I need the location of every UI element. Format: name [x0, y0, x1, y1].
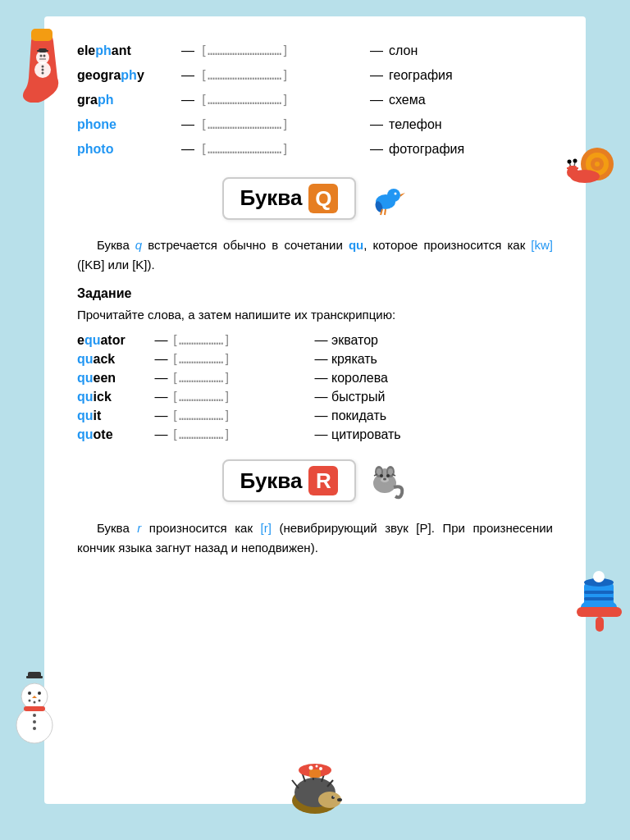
q-translation-quick: быстрый: [331, 390, 385, 404]
svg-point-30: [581, 148, 614, 180]
word-row-photo: photo — […………………………] — фотография: [77, 139, 553, 159]
q-word-queen: queen: [77, 371, 151, 386]
translation-phone: телефон: [389, 115, 442, 135]
svg-marker-58: [32, 696, 37, 698]
svg-point-63: [33, 720, 36, 724]
bird-icon: [363, 176, 408, 221]
svg-rect-44: [584, 582, 614, 609]
svg-point-12: [388, 468, 393, 475]
translation-geography: география: [389, 66, 453, 85]
word-elephant: elephant: [77, 41, 176, 61]
q-word-equator: equator: [77, 333, 151, 348]
task-title: Задание: [77, 286, 553, 301]
main-page: elephant — […………………………] — слон geography…: [44, 16, 586, 804]
word-row-phone: phone — […………………………] — телефон: [77, 115, 553, 135]
svg-point-56: [28, 692, 31, 695]
svg-rect-50: [596, 617, 604, 632]
svg-point-61: [39, 700, 41, 702]
svg-point-59: [29, 700, 31, 702]
q-translation-quit: покидать: [331, 409, 386, 423]
svg-point-32: [591, 158, 604, 171]
svg-point-57: [38, 692, 41, 695]
svg-point-1: [387, 189, 400, 202]
word-geography: geography: [77, 66, 176, 85]
word-phone: phone: [77, 115, 176, 135]
q-word-quick: quick: [77, 390, 151, 404]
q-translation-quote: цитировать: [331, 427, 401, 442]
q-word-row-equator: equator — [………………] — экватор: [77, 333, 553, 348]
word-graph: graph: [77, 90, 176, 110]
svg-point-15: [386, 474, 390, 477]
translation-graph: схема: [389, 90, 426, 110]
q-banner-prefix: Буква: [240, 185, 303, 211]
svg-point-33: [595, 162, 600, 167]
q-translation-equator: экватор: [331, 333, 378, 348]
svg-point-60: [34, 701, 36, 704]
q-word-row-quack: quack — [………………] — крякать: [77, 352, 553, 367]
translation-photo: фотография: [389, 139, 464, 159]
svg-point-3: [395, 193, 397, 195]
svg-point-31: [586, 153, 609, 176]
q-word-row-queen: queen — [………………] — королева: [77, 371, 553, 386]
r-letter-square: R: [308, 466, 338, 495]
svg-rect-53: [26, 676, 43, 678]
svg-point-22: [40, 55, 43, 57]
r-description: Буква r произносится как [r] (невибрирую…: [77, 518, 553, 558]
ph-word-list: elephant — […………………………] — слон geography…: [77, 41, 553, 159]
q-word-list: equator — [………………] — экватор quack — [………: [77, 333, 553, 442]
svg-rect-55: [24, 706, 45, 711]
svg-rect-47: [584, 591, 614, 594]
svg-point-11: [377, 468, 381, 475]
q-letter-square: Q: [308, 184, 338, 213]
r-banner-prefix: Буква: [240, 468, 303, 494]
q-word-quit: quit: [77, 409, 151, 423]
q-description: Буква q встречается обычно в сочетании q…: [77, 235, 553, 275]
raccoon-icon: [363, 459, 408, 504]
q-translation-quack: крякать: [331, 352, 377, 367]
q-word-quote: quote: [77, 427, 151, 442]
q-word-row-quote: quote — [………………] — цитировать: [77, 427, 553, 442]
svg-point-14: [380, 474, 383, 477]
svg-line-6: [385, 209, 386, 215]
translation-elephant: слон: [389, 41, 418, 61]
svg-rect-48: [584, 597, 614, 600]
r-banner-box: Буква R: [222, 459, 357, 502]
svg-point-45: [584, 578, 614, 587]
svg-point-62: [33, 714, 36, 717]
task-section: Задание Прочитайте слова, а затем напиши…: [77, 286, 553, 325]
q-translation-queen: королева: [331, 371, 388, 386]
svg-point-64: [33, 727, 36, 730]
svg-point-46: [593, 571, 605, 582]
word-row-elephant: elephant — […………………………] — слон: [77, 41, 553, 61]
r-banner: Буква R: [77, 459, 553, 504]
svg-point-43: [581, 599, 617, 615]
svg-rect-54: [28, 672, 41, 678]
q-banner: Буква Q: [77, 176, 553, 221]
svg-marker-2: [400, 193, 405, 197]
q-word-quack: quack: [77, 352, 151, 367]
word-row-graph: graph — […………………………] — схема: [77, 90, 553, 110]
task-description: Прочитайте слова, а затем напишите их тр…: [77, 306, 553, 325]
word-photo: photo: [77, 139, 176, 159]
word-row-geography: geography — […………………………] — география: [77, 66, 553, 85]
q-banner-box: Буква Q: [222, 177, 357, 220]
q-word-row-quit: quit — [………………] — покидать: [77, 409, 553, 423]
svg-point-16: [383, 477, 386, 480]
q-word-row-quick: quick — [………………] — быстрый: [77, 390, 553, 404]
